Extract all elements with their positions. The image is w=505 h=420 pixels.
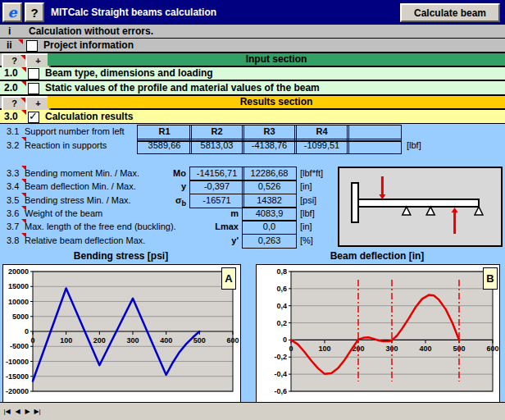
project-information-checkbox[interactable] [26,40,38,52]
chart-a-title: Bending stress [psi] [2,250,239,262]
bending-stress-chart: 20000150001000050000-5000-10000-15000-20… [2,264,241,404]
chart-a-badge: A [221,267,236,290]
svg-text:15000: 15000 [8,282,29,290]
input-section-header: ? + Input section [0,53,505,67]
tab-scroll-last-button[interactable]: ▶| [32,405,43,418]
browser-button[interactable]: e [2,2,22,22]
metric-label: Bending moment Min. / Max. [25,167,139,180]
calculation-results-checkbox[interactable] [28,112,39,123]
reaction-value-cell: 3589,66 [137,139,192,154]
metric-label: Bending stress Min. / Max. [25,194,131,207]
reaction-value-cell: 5813,03 [189,139,244,154]
comment-marker-icon [21,67,26,72]
metric-label: Weight of the beam [25,207,102,220]
unit-label: [%] [300,234,313,247]
row-index: 2.0 [4,81,18,94]
unit-label: [lbf] [407,139,421,153]
calculate-beam-button[interactable]: Calculate beam [400,3,500,22]
mitcalc-window: e ? MITCalc Straight beams calculation C… [0,0,505,420]
metric-value-cell: 0,0 [242,220,297,235]
unit-label: [in] [300,220,312,233]
svg-text:0: 0 [283,336,287,344]
project-information-label: Project information [43,39,134,52]
status-row-project: ii Project information [0,39,505,53]
results-section-title: Results section [48,96,505,108]
svg-text:10000: 10000 [8,298,29,306]
svg-text:5000: 5000 [12,313,29,321]
comment-marker-icon [21,81,26,86]
reaction-value-cell: -1099,51 [294,139,349,154]
svg-text:0,6: 0,6 [276,285,287,293]
svg-text:600: 600 [486,345,498,353]
section-row-label: Calculation results [45,110,133,123]
row-index: 3.7 [7,220,19,233]
unit-label: [psi] [300,194,316,207]
input-section-title: Input section [48,53,505,66]
beam-deflection-chart: 0,80,60,40,20-0,2-0,4-0,6010020030040050… [256,264,500,404]
svg-text:20000: 20000 [8,267,29,276]
svg-text:-20000: -20000 [6,387,29,395]
svg-text:200: 200 [93,336,106,345]
comment-marker-icon [21,110,26,115]
bending-stress-plot: 20000150001000050000-5000-10000-15000-20… [3,265,239,401]
row-index: 3.6 [7,207,19,220]
unit-label: [lbf] [300,207,315,220]
sheet-tabbar: |◀ ◀ ▶ ▶| Calculation Tables Options Dat… [0,402,505,420]
row-index: 3.8 [7,234,19,247]
beam-deflection-plot: 0,80,60,40,20-0,2-0,4-0,6010020030040050… [257,265,498,401]
section-row-static-values: 2.0 Static values of the profile and mat… [0,81,505,96]
tab-scroll-first-button[interactable]: |◀ [2,405,12,418]
beam-diagram [338,167,503,247]
row-index: ii [7,39,12,52]
metric-label: Beam deflection Min. / Max. [25,180,136,193]
metric-symbol: y' [164,234,239,250]
titlebar: e ? MITCalc Straight beams calculation C… [0,0,505,25]
svg-text:0: 0 [30,336,34,345]
ie-icon: e [8,4,17,21]
row-index: 1.0 [4,67,18,80]
svg-text:0,4: 0,4 [276,302,287,310]
svg-text:-0,2: -0,2 [274,353,287,361]
svg-text:-0,6: -0,6 [274,387,287,395]
svg-text:300: 300 [126,336,139,345]
svg-text:400: 400 [160,336,172,345]
svg-text:100: 100 [60,336,72,345]
metric-label: Max. length of the free end (buckling). [25,220,176,233]
metric-value-cell: 0,526 [242,180,297,194]
row-index: 3.4 [7,180,19,193]
row-index: 3.2 [7,139,19,153]
svg-text:0,8: 0,8 [276,267,287,276]
section-row-calculation-results: 3.0 Calculation results [0,110,505,124]
svg-text:-15000: -15000 [6,372,29,381]
metric-value-cell: 0,263 [242,234,297,249]
svg-text:-10000: -10000 [6,358,29,366]
svg-text:0: 0 [289,345,293,353]
comment-marker-icon [18,39,23,44]
reaction-value-cell: -4138,76 [242,139,297,154]
metric-value-cell: -0,397 [189,180,244,194]
svg-text:-5000: -5000 [10,342,29,350]
metric-label: Relative beam deflection Max. [25,234,145,247]
row-index: 3.3 [7,167,19,180]
status-row-errors: i Calculation without errors. [0,25,505,39]
help-button[interactable]: ? [25,2,44,22]
unit-label: [lbf*ft] [300,167,323,180]
svg-text:100: 100 [318,345,330,353]
section-row-label: Static values of the profile and materia… [45,81,320,94]
svg-text:400: 400 [419,345,431,353]
status-message: Calculation without errors. [29,25,153,38]
reaction-row-label: Reaction in supports [25,139,107,153]
results-section-header: ? + Results section [0,96,505,110]
row-index: 3.5 [7,194,19,207]
static-values-checkbox[interactable] [28,83,39,94]
unit-label: [in] [300,180,312,193]
app-title: MITCalc Straight beams calculation [51,0,216,25]
beam-diagram-drawing [339,168,501,245]
row-index: 3.0 [4,110,18,123]
support-row-label: Support number from left [25,125,125,139]
section-row-beam-type: 1.0 Beam type, dimensions and loading [0,67,505,81]
reaction-value-cell [347,139,402,154]
question-icon: ? [30,6,38,20]
beam-type-checkbox[interactable] [28,68,39,80]
svg-text:500: 500 [193,336,206,345]
